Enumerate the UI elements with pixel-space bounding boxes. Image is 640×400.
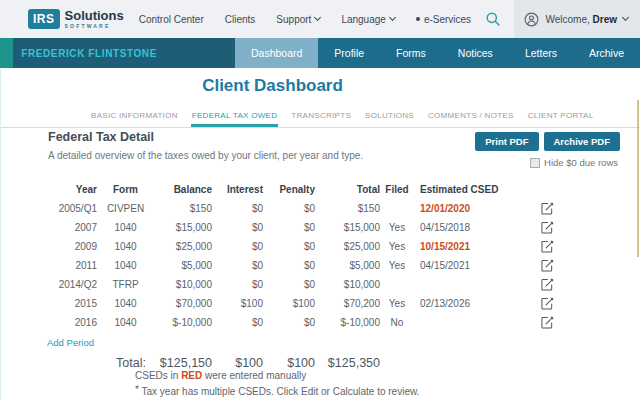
- table-row: 20161040$-10,000$0$0$-10,000No: [0, 313, 580, 332]
- edit-icon[interactable]: [537, 316, 557, 329]
- logo-name: Solutions: [65, 10, 124, 22]
- cell-estimated-csed: 02/13/2026: [414, 298, 537, 309]
- cell-balance: $10,000: [154, 279, 212, 290]
- cell-interest: $0: [212, 279, 263, 290]
- client-navigation-bar: FREDERICK FLINTSTONE DashboardProfileFor…: [0, 38, 640, 68]
- cell-total: $-10,000: [315, 317, 380, 328]
- cell-form: CIVPEN: [97, 203, 154, 214]
- dashboard-tabstrip: BASIC INFORMATIONFEDERAL TAX OWEDTRANSCR…: [90, 106, 594, 127]
- left-edge-artifact: [0, 68, 1, 400]
- add-period-link[interactable]: Add Period: [47, 337, 94, 348]
- edit-icon[interactable]: [537, 278, 557, 291]
- print-pdf-button[interactable]: Print PDF: [475, 132, 538, 151]
- client-tab-archive[interactable]: Archive: [573, 38, 640, 68]
- cell-form: 1040: [97, 260, 154, 271]
- nav-clients[interactable]: Clients: [225, 14, 256, 25]
- search-icon[interactable]: [485, 11, 501, 27]
- tab-basic-information[interactable]: BASIC INFORMATION: [90, 106, 179, 127]
- total-interest: $100: [212, 356, 263, 370]
- cell-balance: $-10,000: [154, 317, 212, 328]
- irs-solutions-logo[interactable]: IRS Solutions SOFTWARE: [28, 9, 124, 29]
- col-header-estimated-csed: Estimated CSED: [414, 184, 537, 195]
- cell-filed: Yes: [380, 222, 414, 233]
- hide-zero-label: Hide $0 due rows: [544, 157, 618, 168]
- cell-penalty: $0: [263, 317, 315, 328]
- footnotes: CSEDs in RED were entered manually * Tax…: [135, 369, 419, 399]
- pdf-buttons: Print PDF Archive PDF: [475, 132, 620, 151]
- cell-filed: No: [380, 317, 414, 328]
- welcome-text: Welcome, Drew: [545, 14, 617, 25]
- col-header-year: Year: [47, 184, 97, 195]
- nav-eservices-label: e-Services: [424, 14, 471, 25]
- cell-interest: $100: [212, 298, 263, 309]
- table-row: 2005/Q1CIVPEN$150$0$0$15012/01/2020: [0, 199, 580, 218]
- cell-estimated-csed: 04/15/2021: [414, 260, 537, 271]
- total-label: Total:: [97, 356, 154, 370]
- col-header-balance: Balance: [154, 184, 212, 195]
- tab-federal-tax-owed[interactable]: FEDERAL TAX OWED: [191, 106, 279, 127]
- nav-language[interactable]: Language: [341, 14, 395, 25]
- irs-logo-mark: IRS: [28, 9, 60, 29]
- hide-zero-rows: Hide $0 due rows: [530, 157, 618, 168]
- cell-interest: $0: [212, 222, 263, 233]
- edit-icon[interactable]: [537, 240, 557, 253]
- tab-comments-notes[interactable]: COMMENTS / NOTES: [427, 106, 515, 127]
- section-heading: Federal Tax Detail: [48, 130, 154, 144]
- table-row: 20071040$15,000$0$0$15,000Yes04/15/2018: [0, 218, 580, 237]
- cell-total: $25,000: [315, 241, 380, 252]
- cell-form: 1040: [97, 317, 154, 328]
- hide-zero-checkbox[interactable]: [530, 158, 540, 168]
- archive-pdf-button[interactable]: Archive PDF: [544, 132, 621, 151]
- user-menu[interactable]: Welcome, Drew: [514, 0, 640, 38]
- tab-transcripts[interactable]: TRANSCRIPTS: [290, 106, 352, 127]
- cell-estimated-csed: 10/15/2021: [414, 241, 537, 252]
- cell-penalty: $0: [263, 241, 315, 252]
- cell-form: 1040: [97, 241, 154, 252]
- main-content: Client Dashboard BASIC INFORMATIONFEDERA…: [0, 68, 640, 400]
- cell-penalty: $0: [263, 203, 315, 214]
- nav-language-label: Language: [341, 14, 386, 25]
- cell-balance: $15,000: [154, 222, 212, 233]
- cell-year: 2009: [47, 241, 97, 252]
- nav-support[interactable]: Support: [276, 14, 320, 25]
- cell-form: TFRP: [97, 279, 154, 290]
- cell-balance: $150: [154, 203, 212, 214]
- client-tab-letters[interactable]: Letters: [509, 38, 573, 68]
- table-row: 20151040$70,000$100$100$70,200Yes02/13/2…: [0, 294, 580, 313]
- edit-icon[interactable]: [537, 297, 557, 310]
- multiple-cseds-note: * Tax year has multiple CSEDs. Click Edi…: [135, 383, 419, 399]
- federal-tax-table: YearFormBalanceInterestPenaltyTotalFiled…: [0, 181, 580, 371]
- bullet-icon: [416, 17, 420, 21]
- client-tab-forms[interactable]: Forms: [380, 38, 442, 68]
- total-penalty: $100: [263, 356, 315, 370]
- cell-year: 2016: [47, 317, 97, 328]
- user-icon: [524, 12, 539, 27]
- tab-client-portal[interactable]: CLIENT PORTAL: [527, 106, 595, 127]
- nav-control-center[interactable]: Control Center: [139, 14, 204, 25]
- table-body: 2005/Q1CIVPEN$150$0$0$15012/01/202020071…: [0, 199, 580, 332]
- client-tab-dashboard[interactable]: Dashboard: [235, 38, 318, 68]
- red-emphasis: RED: [181, 370, 202, 381]
- table-row: 20111040$5,000$0$0$5,000Yes04/15/2021: [0, 256, 580, 275]
- cell-total: $70,200: [315, 298, 380, 309]
- tabstrip-divider: [0, 127, 640, 128]
- table-row: 20091040$25,000$0$0$25,000Yes10/15/2021: [0, 237, 580, 256]
- section-subtitle: A detailed overview of the taxes owed by…: [48, 150, 363, 161]
- client-tab-profile[interactable]: Profile: [318, 38, 380, 68]
- col-header-interest: Interest: [212, 184, 263, 195]
- tab-solutions[interactable]: SOLUTIONS: [364, 106, 415, 127]
- cell-balance: $5,000: [154, 260, 212, 271]
- nav-eservices[interactable]: e-Services: [416, 14, 471, 25]
- welcome-prefix: Welcome,: [545, 14, 592, 25]
- table-header-row: YearFormBalanceInterestPenaltyTotalFiled…: [0, 181, 580, 197]
- edit-icon[interactable]: [537, 259, 557, 272]
- edit-icon[interactable]: [537, 221, 557, 234]
- nav-clients-label: Clients: [225, 14, 256, 25]
- top-navigation: Control Center Clients Support Language …: [139, 14, 471, 25]
- cell-penalty: $100: [263, 298, 315, 309]
- chevron-down-icon: [314, 14, 321, 21]
- edit-icon[interactable]: [537, 202, 557, 215]
- client-tab-notices[interactable]: Notices: [442, 38, 509, 68]
- client-name: FREDERICK FLINTSTONE: [13, 38, 235, 68]
- cell-filed: Yes: [380, 298, 414, 309]
